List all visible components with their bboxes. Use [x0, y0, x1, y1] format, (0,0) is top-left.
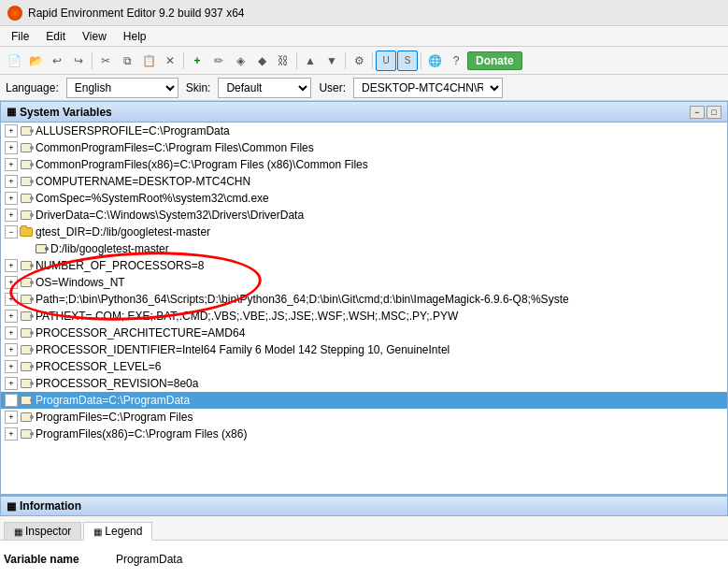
- skin-label: Skin:: [186, 81, 211, 94]
- expand-button[interactable]: +: [5, 175, 18, 188]
- expand-button[interactable]: +: [5, 326, 18, 340]
- menu-file[interactable]: File: [4, 28, 36, 45]
- var-name: PROCESSOR_ARCHITECTURE=AMD64: [36, 326, 245, 340]
- inspector-icon: ▦: [14, 527, 22, 537]
- system-vars-title: ▦ System Variables: [7, 106, 112, 119]
- tab-legend[interactable]: ▦ Legend: [83, 522, 152, 541]
- user-select[interactable]: DESKTOP-MTC4CHN\Rober [log: [353, 78, 503, 98]
- var-name: CommonProgramFiles=C:\Program Files\Comm…: [36, 141, 314, 154]
- collapse-panel-button[interactable]: −: [690, 106, 705, 119]
- info-col-varname: Variable name: [4, 553, 97, 566]
- table-row[interactable]: + CommonProgramFiles=C:\Program Files\Co…: [1, 139, 727, 156]
- expand-button[interactable]: +: [5, 427, 18, 441]
- tag-var-icon: [20, 259, 33, 272]
- app-icon: [7, 6, 22, 21]
- expand-button[interactable]: +: [5, 293, 18, 306]
- expand-button[interactable]: +: [5, 360, 18, 373]
- open-button[interactable]: 📂: [25, 51, 46, 71]
- cut-button[interactable]: ✂: [95, 51, 116, 71]
- expand-button[interactable]: +: [5, 209, 18, 222]
- var-name: ProgramFiles=C:\Program Files: [36, 411, 193, 424]
- var-name: CommonProgramFiles(x86)=C:\Program Files…: [36, 158, 368, 171]
- table-row[interactable]: − gtest_DIR=D:/lib/googletest-master: [1, 224, 727, 240]
- donate-button[interactable]: Donate: [467, 51, 522, 70]
- table-row[interactable]: + PROCESSOR_LEVEL=6: [1, 358, 727, 375]
- move-down-button[interactable]: ▼: [321, 51, 342, 71]
- grid-icon: ▦: [7, 106, 16, 118]
- browse-button[interactable]: ◈: [230, 51, 250, 71]
- tag-var-icon: [20, 326, 33, 340]
- table-row[interactable]: + ProgramFiles=C:\Program Files: [1, 409, 727, 426]
- separator-2: [183, 52, 184, 69]
- table-row[interactable]: D:/lib/googletest-master: [1, 240, 727, 257]
- help-button[interactable]: ?: [446, 51, 466, 71]
- language-select[interactable]: English: [66, 78, 178, 98]
- delete-button[interactable]: ✕: [160, 51, 180, 71]
- edit-button[interactable]: ✏: [208, 51, 229, 71]
- apply-user-button[interactable]: U: [376, 51, 396, 71]
- table-row[interactable]: + Path=;D:\bin\Python36_64\Scripts;D:\bi…: [1, 291, 727, 308]
- table-row[interactable]: + ComSpec=%SystemRoot%\system32\cmd.exe: [1, 190, 727, 207]
- tag-button[interactable]: ◆: [251, 51, 272, 71]
- var-name: PROCESSOR_IDENTIFIER=Intel64 Family 6 Mo…: [36, 343, 450, 356]
- table-row[interactable]: + PROCESSOR_IDENTIFIER=Intel64 Family 6 …: [1, 341, 727, 358]
- open-folder-icon: [20, 225, 33, 238]
- skin-select[interactable]: Default: [218, 78, 311, 98]
- tag-var-icon: [20, 394, 33, 407]
- menu-edit[interactable]: Edit: [38, 28, 73, 45]
- copy-button[interactable]: ⧉: [117, 51, 137, 71]
- expand-button[interactable]: +: [5, 259, 18, 272]
- undo-button[interactable]: ↩: [47, 51, 67, 71]
- table-row[interactable]: + ProgramFiles(x86)=C:\Program Files (x8…: [1, 426, 727, 442]
- tag-var-icon: [20, 343, 33, 356]
- expand-button[interactable]: +: [5, 394, 18, 407]
- title-text: Rapid Environment Editor 9.2 build 937 x…: [28, 7, 244, 20]
- expand-button[interactable]: +: [5, 158, 18, 171]
- expand-button[interactable]: +: [5, 411, 18, 424]
- panel-controls: − □: [690, 106, 721, 119]
- table-row[interactable]: + PATHEXT=.COM;.EXE;.BAT;.CMD;.VBS;.VBE;…: [1, 308, 727, 325]
- expand-button[interactable]: +: [5, 343, 18, 356]
- expand-button[interactable]: +: [5, 377, 18, 390]
- var-name: Path=;D:\bin\Python36_64\Scripts;D:\bin\…: [36, 293, 569, 306]
- table-row[interactable]: + DriverData=C:\Windows\System32\Drivers…: [1, 207, 727, 224]
- tag-var-icon: [20, 124, 33, 137]
- tag-var-icon: [20, 411, 33, 424]
- expand-button[interactable]: −: [5, 225, 18, 238]
- expand-panel-button[interactable]: □: [707, 106, 721, 119]
- info-content: Variable name ProgramData: [0, 541, 728, 578]
- expand-button[interactable]: +: [5, 124, 18, 137]
- table-row[interactable]: + NUMBER_OF_PROCESSORS=8: [1, 257, 727, 274]
- paste-button[interactable]: 📋: [138, 51, 159, 71]
- var-name: DriverData=C:\Windows\System32\Drivers\D…: [36, 209, 304, 222]
- table-row[interactable]: + ALLUSERSPROFILE=C:\ProgramData: [1, 123, 727, 139]
- move-up-button[interactable]: ▲: [300, 51, 321, 71]
- menu-view[interactable]: View: [75, 28, 114, 45]
- info-grid-icon: ▦: [7, 500, 16, 513]
- expand-button[interactable]: +: [5, 192, 18, 205]
- table-row[interactable]: + COMPUTERNAME=DESKTOP-MTC4CHN: [1, 173, 727, 190]
- menu-help[interactable]: Help: [116, 28, 154, 45]
- table-row[interactable]: + OS=Windows_NT: [1, 274, 727, 291]
- tag-var-icon: [20, 427, 33, 441]
- table-row[interactable]: + CommonProgramFiles(x86)=C:\Program Fil…: [1, 156, 727, 173]
- expand-button[interactable]: +: [5, 310, 18, 323]
- separator-6: [421, 52, 421, 69]
- var-name: gtest_DIR=D:/lib/googletest-master: [36, 225, 210, 238]
- add-button[interactable]: +: [187, 51, 207, 71]
- var-name: ComSpec=%SystemRoot%\system32\cmd.exe: [36, 192, 269, 205]
- table-row[interactable]: + PROCESSOR_REVISION=8e0a: [1, 375, 727, 392]
- system-vars-panel-header: ▦ System Variables − □: [0, 101, 728, 122]
- table-row[interactable]: + PROCESSOR_ARCHITECTURE=AMD64: [1, 325, 727, 341]
- new-button[interactable]: 📄: [4, 51, 24, 71]
- redo-button[interactable]: ↪: [68, 51, 89, 71]
- tab-inspector[interactable]: ▦ Inspector: [4, 522, 81, 540]
- settings-button[interactable]: ⚙: [349, 51, 369, 71]
- var-name: COMPUTERNAME=DESKTOP-MTC4CHN: [36, 175, 250, 188]
- apply-sys-button[interactable]: S: [397, 51, 418, 71]
- network-button[interactable]: 🌐: [424, 51, 445, 71]
- table-row[interactable]: + ProgramData=C:\ProgramData: [1, 392, 727, 409]
- chain-button[interactable]: ⛓: [273, 51, 293, 71]
- expand-button[interactable]: +: [5, 141, 18, 154]
- expand-button[interactable]: +: [5, 276, 18, 289]
